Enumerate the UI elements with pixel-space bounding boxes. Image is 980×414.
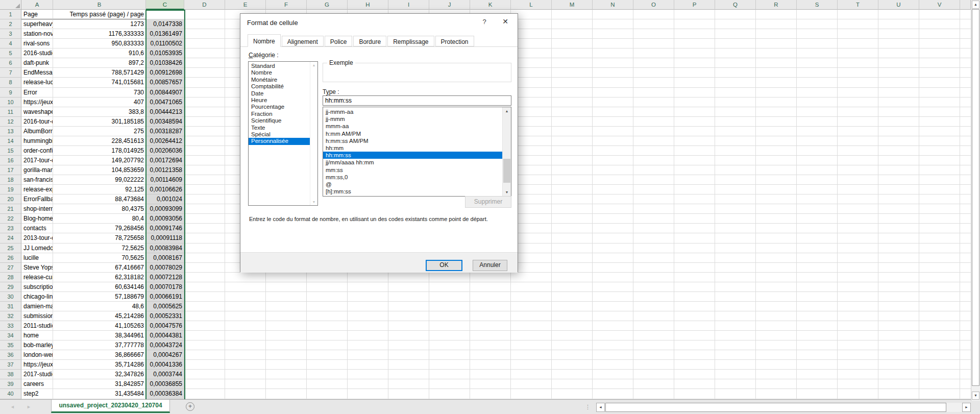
cell[interactable] [715,273,756,282]
cell[interactable] [756,389,797,399]
cell[interactable] [593,243,633,253]
scroll-right-icon[interactable]: ► [962,403,971,412]
cell[interactable] [797,98,838,107]
scroll-up-icon[interactable]: ▲ [972,1,979,9]
cell[interactable] [225,311,266,321]
cell-A36[interactable]: london-wem [21,350,53,360]
cell[interactable] [960,146,971,156]
cell[interactable] [715,19,756,29]
column-header-A[interactable]: A [21,0,53,10]
cell[interactable] [674,48,715,58]
cell[interactable] [878,370,919,379]
column-header-F[interactable]: F [266,0,307,10]
cell-B25[interactable]: 72,5625 [53,243,146,253]
cell[interactable] [470,302,511,311]
cell[interactable] [797,340,838,350]
cell[interactable] [960,10,971,19]
cell[interactable] [388,282,429,292]
cell[interactable] [633,117,674,127]
cell-A6[interactable]: daft-punk [21,58,53,68]
cell-A23[interactable]: contacts [21,224,53,233]
cell[interactable] [960,311,971,321]
cell-C2[interactable]: 0,0147338 [146,19,184,29]
column-header-K[interactable]: K [470,0,511,10]
cell[interactable] [266,340,307,350]
cell-C7[interactable]: 0,00912698 [146,68,184,78]
cell[interactable] [919,379,960,389]
cell[interactable] [184,302,225,311]
row-header-21[interactable]: 21 [0,204,21,214]
category-item-texte[interactable]: Texte [249,125,310,131]
cell-A10[interactable]: https://jeux [21,98,53,107]
cell[interactable] [797,165,838,175]
cell-A13[interactable]: AlbumBornT [21,127,53,136]
cell[interactable] [756,350,797,360]
type-option[interactable]: mmm-aa [323,123,502,130]
cell[interactable] [552,321,593,331]
cell[interactable] [307,340,348,350]
cell[interactable] [919,204,960,214]
cell-A11[interactable]: waveshaper [21,107,53,117]
cell[interactable] [715,127,756,136]
cell[interactable] [184,19,225,29]
column-header-V[interactable]: V [919,0,960,10]
row-header-10[interactable]: 10 [0,98,21,107]
cell[interactable] [797,302,838,311]
cell[interactable] [184,331,225,340]
cell[interactable] [756,165,797,175]
cell[interactable] [797,263,838,273]
cell[interactable] [266,302,307,311]
cell[interactable] [348,350,388,360]
cell[interactable] [593,39,633,48]
cell[interactable] [552,10,593,19]
type-option[interactable]: jj-mmm [323,115,502,123]
cell-B24[interactable]: 78,725658 [53,233,146,243]
cell-C19[interactable]: 0,00106626 [146,185,184,194]
cell[interactable] [960,389,971,399]
row-header-32[interactable]: 32 [0,311,21,321]
cell[interactable] [756,127,797,136]
cell-A33[interactable]: 2011-studio [21,321,53,331]
cell[interactable] [838,370,878,379]
cell[interactable] [797,243,838,253]
cell-C36[interactable]: 0,0004267 [146,350,184,360]
cell-B26[interactable]: 70,5625 [53,253,146,263]
cell[interactable] [593,311,633,321]
cell[interactable] [552,19,593,29]
column-header-J[interactable]: J [429,0,470,10]
cell[interactable] [184,321,225,331]
type-scrollbar-thumb[interactable] [503,159,510,183]
row-header-22[interactable]: 22 [0,214,21,224]
cell[interactable] [756,302,797,311]
row-header-25[interactable]: 25 [0,243,21,253]
cell[interactable] [552,204,593,214]
cell[interactable] [715,117,756,127]
cell[interactable] [960,175,971,185]
cell[interactable] [593,127,633,136]
cell[interactable] [674,311,715,321]
cell[interactable] [470,340,511,350]
cell[interactable] [715,253,756,263]
column-header-I[interactable]: I [388,0,429,10]
cell[interactable] [674,389,715,399]
cell[interactable] [593,292,633,302]
cell[interactable] [184,292,225,302]
column-header-D[interactable]: D [184,0,225,10]
cell[interactable] [960,302,971,311]
cell[interactable] [225,370,266,379]
cell[interactable] [593,194,633,204]
vertical-scrollbar[interactable]: ▲ ▼ [971,0,980,401]
cell[interactable] [674,370,715,379]
cell[interactable] [184,350,225,360]
cell[interactable] [878,39,919,48]
cell[interactable] [593,185,633,194]
category-item-personnalisée[interactable]: Personnalisée [249,138,310,144]
cell[interactable] [633,127,674,136]
cell[interactable] [878,233,919,243]
category-item-date[interactable]: Date [249,90,310,97]
cell[interactable] [633,253,674,263]
cell[interactable] [633,302,674,311]
cell[interactable] [756,78,797,87]
cell[interactable] [919,194,960,204]
cell[interactable] [878,156,919,165]
